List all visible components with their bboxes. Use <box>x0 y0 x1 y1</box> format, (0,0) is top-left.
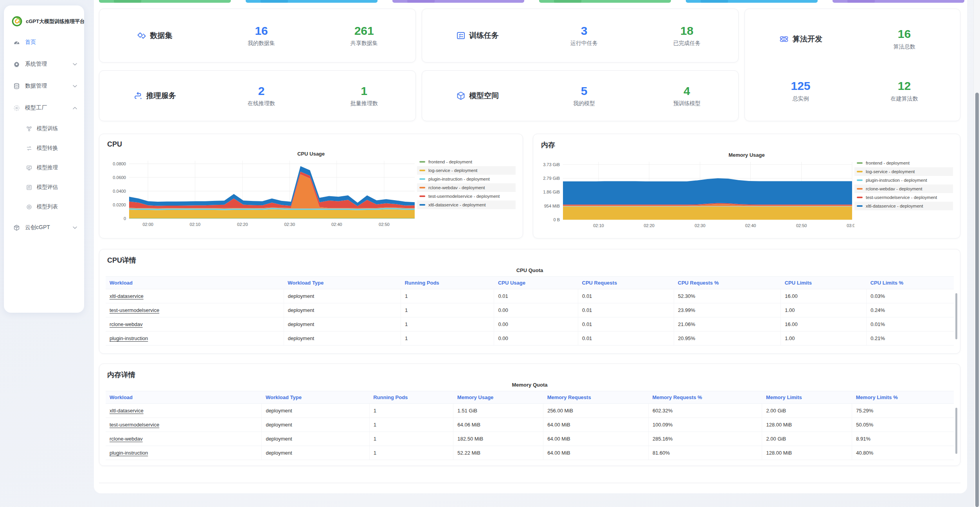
algorithm-card-title: 算法开发 <box>793 34 822 44</box>
column-header-workload[interactable]: Workload <box>106 277 284 289</box>
cell-memory-limits-: 8.91% <box>852 432 954 446</box>
cell-cpu-usage: 0.01 <box>494 289 578 303</box>
legend-item-frontend[interactable]: frontend - deployment <box>854 159 953 167</box>
legend-color-chip <box>419 170 425 171</box>
legend-item-xltl-dataservice[interactable]: xltl-dataservice - deployment <box>417 201 516 209</box>
sidebar-item-data[interactable]: 数据管理 <box>4 75 84 97</box>
stat-card-model-space[interactable]: 模型空间 5 我的模型 4 预训练模型 <box>422 70 739 121</box>
cell-memory-limits-: 50.05% <box>852 418 954 432</box>
stat-card-inference-service[interactable]: 推理服务 2 在线推理数 1 批量推理数 <box>99 70 416 121</box>
sidebar-subitem-list[interactable]: 模型列表 <box>4 197 84 217</box>
cell-workload-type: deployment <box>284 317 401 331</box>
column-header-running-pods[interactable]: Running Pods <box>369 391 453 404</box>
svg-text:02:30: 02:30 <box>284 222 295 227</box>
column-header-workload[interactable]: Workload <box>106 391 262 404</box>
sidebar-item-factory[interactable]: 模型工厂 <box>4 97 84 119</box>
algorithm-total-label: 算法总数 <box>894 43 915 50</box>
workload-link-test-usermodelservice[interactable]: test-usermodelservice <box>110 422 159 428</box>
cell-workload-type: deployment <box>262 404 369 418</box>
chevron-down-icon <box>73 226 77 229</box>
svg-text:2.79 GiB: 2.79 GiB <box>543 176 560 181</box>
column-header-cpu-limits-[interactable]: CPU Limits % <box>867 277 954 289</box>
cell-workload: rclone-webdav <box>106 317 284 331</box>
sidebar-item-home[interactable]: 首页 <box>4 31 84 53</box>
my-models-label: 我的模型 <box>533 100 636 107</box>
legend-label: test-usermodelservice - deployment <box>866 195 937 200</box>
batch-inference-label: 批量推理数 <box>313 100 415 107</box>
pretrained-models-value: 4 <box>635 84 738 98</box>
workload-row-xltl-dataservice: xltl-dataservicedeployment11.51 GiB256.0… <box>106 404 954 418</box>
legend-label: frontend - deployment <box>428 159 472 164</box>
legend-color-chip <box>419 195 425 197</box>
column-header-cpu-requests-[interactable]: CPU Requests % <box>674 277 781 289</box>
legend-item-frontend[interactable]: frontend - deployment <box>417 158 516 166</box>
cell-workload-type: deployment <box>262 418 369 432</box>
pretrained-models-stat: 4 预训练模型 <box>635 84 738 107</box>
column-header-memory-limits-[interactable]: Memory Limits % <box>852 391 954 404</box>
sidebar-subitem-convert[interactable]: 模型转换 <box>4 138 84 158</box>
memory-quota-table: WorkloadWorkload TypeRunning PodsMemory … <box>106 391 954 460</box>
chevron-down-icon <box>73 85 77 88</box>
cell-cpu-requests: 0.01 <box>578 331 674 346</box>
legend-item-test-usermodelservice[interactable]: test-usermodelservice - deployment <box>417 192 516 201</box>
convert-icon <box>26 145 32 151</box>
model-space-card-title: 模型空间 <box>469 91 499 101</box>
cpu-table-scrollbar[interactable] <box>955 293 957 339</box>
column-header-workload-type[interactable]: Workload Type <box>262 391 369 404</box>
workload-link-plugin-instruction[interactable]: plugin-instruction <box>110 450 148 456</box>
algorithm-total-value: 16 <box>894 27 915 41</box>
legend-color-chip <box>857 171 863 172</box>
column-header-workload-type[interactable]: Workload Type <box>284 277 401 289</box>
legend-item-xltl-dataservice[interactable]: xltl-dataservice - deployment <box>854 202 953 210</box>
memory-usage-chart[interactable]: 0 B954 MiB1.86 GiB2.79 GiB3.73 GiB02:100… <box>539 159 854 230</box>
legend-item-log-service[interactable]: log-service - deployment <box>417 166 516 175</box>
cell-workload: xltl-dataservice <box>106 289 284 303</box>
column-header-cpu-requests[interactable]: CPU Requests <box>578 277 674 289</box>
workload-row-rclone-webdav: rclone-webdavdeployment1182.50 MiB64.00 … <box>106 432 954 446</box>
page-scrollbar-thumb[interactable] <box>975 93 979 507</box>
legend-item-plugin-instruction[interactable]: plugin-instruction - deployment <box>417 175 516 183</box>
column-header-cpu-limits[interactable]: CPU Limits <box>781 277 867 289</box>
batch-inference-stat: 1 批量推理数 <box>313 84 415 107</box>
column-header-memory-requests[interactable]: Memory Requests <box>543 391 649 404</box>
cpu-quota-panel-title: CPU Quota <box>106 267 954 273</box>
memory-table-scrollbar[interactable] <box>955 408 957 454</box>
sidebar-item-system[interactable]: 系统管理 <box>4 53 84 75</box>
legend-item-rclone-webdav[interactable]: rclone-webdav - deployment <box>417 183 516 192</box>
my-models-value: 5 <box>533 84 636 98</box>
sidebar-item-cloud[interactable]: 云创cGPT <box>4 217 84 238</box>
gear-icon <box>13 61 20 68</box>
workload-link-plugin-instruction[interactable]: plugin-instruction <box>110 335 148 341</box>
stat-card-dataset[interactable]: 数据集 16 我的数据集 261 共享数据集 <box>99 9 416 63</box>
column-header-memory-requests-[interactable]: Memory Requests % <box>648 391 762 404</box>
cube-icon <box>13 224 20 231</box>
cell-workload-type: deployment <box>262 432 369 446</box>
workload-link-test-usermodelservice[interactable]: test-usermodelservice <box>110 307 159 313</box>
total-instances-stat: 125 总实例 <box>791 79 810 102</box>
legend-item-rclone-webdav[interactable]: rclone-webdav - deployment <box>854 185 953 193</box>
legend-item-log-service[interactable]: log-service - deployment <box>854 167 953 176</box>
column-header-running-pods[interactable]: Running Pods <box>401 277 494 289</box>
sidebar-subitem-train[interactable]: 模型训练 <box>4 119 84 138</box>
legend-color-chip <box>857 162 863 164</box>
evaluate-icon <box>26 184 32 190</box>
cpu-usage-chart[interactable]: 00.02000.04000.06000.080002:0002:1002:20… <box>106 158 417 229</box>
column-header-cpu-usage[interactable]: CPU Usage <box>494 277 578 289</box>
sidebar-subitem-infer[interactable]: 模型推理 <box>4 158 84 177</box>
column-header-memory-usage[interactable]: Memory Usage <box>453 391 543 404</box>
page-scrollbar-track[interactable] <box>973 0 980 507</box>
workload-link-rclone-webdav[interactable]: rclone-webdav <box>110 321 143 327</box>
column-header-memory-limits[interactable]: Memory Limits <box>762 391 852 404</box>
legend-item-test-usermodelservice[interactable]: test-usermodelservice - deployment <box>854 193 953 202</box>
legend-color-chip <box>419 161 425 163</box>
legend-item-plugin-instruction[interactable]: plugin-instruction - deployment <box>854 176 953 185</box>
sidebar-subitem-evaluate[interactable]: 模型评估 <box>4 177 84 197</box>
stat-card-training-tasks[interactable]: 训练任务 3 运行中任务 18 已完成任务 <box>422 9 739 63</box>
workload-link-rclone-webdav[interactable]: rclone-webdav <box>110 436 143 442</box>
cell-cpu-limits: 1.00 <box>781 331 867 346</box>
workload-link-xltl-dataservice[interactable]: xltl-dataservice <box>110 293 144 299</box>
completed-tasks-label: 已完成任务 <box>635 40 738 47</box>
workload-link-xltl-dataservice[interactable]: xltl-dataservice <box>110 408 144 414</box>
shared-datasets-stat: 261 共享数据集 <box>313 24 415 47</box>
stat-card-algorithm-dev[interactable]: 算法开发 16 算法总数 125 总实例 12 在建算法数 <box>744 9 960 121</box>
